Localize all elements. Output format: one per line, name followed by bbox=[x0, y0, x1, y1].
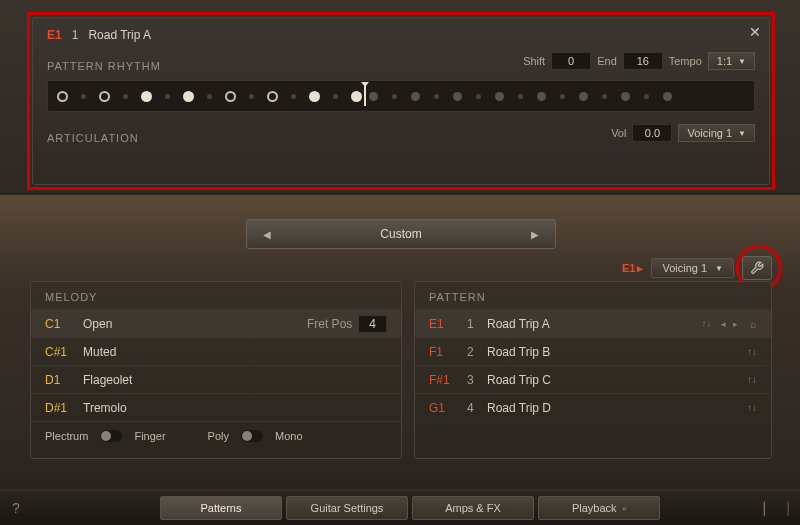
step-sequencer[interactable] bbox=[47, 80, 755, 112]
step-sub[interactable] bbox=[602, 94, 607, 99]
shift-input[interactable]: 0 bbox=[551, 52, 591, 70]
caret-down-icon: ▼ bbox=[738, 57, 746, 66]
pattern-key: E1 bbox=[47, 28, 62, 42]
melody-row-muted[interactable]: C#1 Muted bbox=[31, 337, 401, 365]
pattern-row[interactable]: E1 1 Road Trip A ↑↓ ◂ ▸ ⌕ bbox=[415, 309, 771, 337]
pattern-number: 1 bbox=[72, 28, 79, 42]
step-sub[interactable] bbox=[434, 94, 439, 99]
fret-pos-input[interactable]: 4 bbox=[358, 315, 387, 333]
tab-patterns[interactable]: Patterns bbox=[160, 496, 282, 520]
nav-icon[interactable]: ◂ ▸ bbox=[721, 319, 740, 329]
tempo-select[interactable]: 1:1 ▼ bbox=[708, 52, 755, 70]
pattern-name: Road Trip A bbox=[487, 317, 701, 331]
melody-row-open[interactable]: C1 Open Fret Pos 4 bbox=[31, 309, 401, 337]
fret-pos-label: Fret Pos bbox=[307, 317, 352, 331]
melody-name: Tremolo bbox=[83, 401, 387, 415]
shift-label: Shift bbox=[523, 55, 545, 67]
pattern-name: Road Trip D bbox=[487, 401, 747, 415]
pattern-name: Road Trip A bbox=[88, 28, 151, 42]
step-8[interactable] bbox=[351, 91, 362, 102]
voicing-dropdown[interactable]: Voicing 1 ▼ bbox=[651, 258, 734, 278]
reorder-icon[interactable]: ↑↓ bbox=[747, 402, 757, 413]
tab-playback[interactable]: Playback ▫ bbox=[538, 496, 660, 520]
step-5[interactable] bbox=[225, 91, 236, 102]
preset-selector[interactable]: ◀ Custom ▶ bbox=[246, 219, 556, 249]
poly-mono-toggle[interactable] bbox=[241, 430, 263, 442]
step-sub[interactable] bbox=[333, 94, 338, 99]
pattern-row[interactable]: G1 4 Road Trip D ↑↓ bbox=[415, 393, 771, 421]
caret-down-icon: ▼ bbox=[738, 129, 746, 138]
step-sub[interactable] bbox=[644, 94, 649, 99]
step-sub[interactable] bbox=[165, 94, 170, 99]
step-14[interactable] bbox=[579, 92, 588, 101]
melody-row-flageolet[interactable]: D1 Flageolet bbox=[31, 365, 401, 393]
tempo-label: Tempo bbox=[669, 55, 702, 67]
pattern-name: Road Trip B bbox=[487, 345, 747, 359]
next-preset-icon[interactable]: ▶ bbox=[531, 229, 539, 240]
plectrum-finger-toggle[interactable] bbox=[100, 430, 122, 442]
zoom-icon[interactable]: ⌕ bbox=[750, 318, 757, 330]
step-sub[interactable] bbox=[518, 94, 523, 99]
tab-amps-fx[interactable]: Amps & FX bbox=[412, 496, 534, 520]
step-1[interactable] bbox=[57, 91, 68, 102]
step-sub[interactable] bbox=[291, 94, 296, 99]
tab-playback-label: Playback bbox=[572, 502, 617, 514]
step-10[interactable] bbox=[411, 92, 420, 101]
end-input[interactable]: 16 bbox=[623, 52, 663, 70]
step-sub[interactable] bbox=[476, 94, 481, 99]
step-3[interactable] bbox=[141, 91, 152, 102]
reorder-icon[interactable]: ↑↓ bbox=[747, 374, 757, 385]
reorder-icon[interactable]: ↑↓ bbox=[747, 346, 757, 357]
current-key-indicator: E1 ▸ bbox=[622, 262, 643, 275]
playhead[interactable] bbox=[364, 86, 366, 106]
melody-row-tremolo[interactable]: D#1 Tremolo bbox=[31, 393, 401, 421]
mixer-icon[interactable]: ⎹⎸⎹ bbox=[752, 500, 788, 517]
step-sub[interactable] bbox=[392, 94, 397, 99]
step-9[interactable] bbox=[369, 92, 378, 101]
step-sub[interactable] bbox=[81, 94, 86, 99]
melody-toggles: Plectrum Finger Poly Mono bbox=[31, 421, 401, 450]
pattern-row[interactable]: F#1 3 Road Trip C ↑↓ bbox=[415, 365, 771, 393]
step-7[interactable] bbox=[309, 91, 320, 102]
pattern-key: F1 bbox=[429, 345, 467, 359]
step-2[interactable] bbox=[99, 91, 110, 102]
tempo-value: 1:1 bbox=[717, 55, 732, 67]
current-key-text: E1 bbox=[622, 262, 635, 274]
step-sub[interactable] bbox=[249, 94, 254, 99]
right-upper-controls: E1 ▸ Voicing 1 ▼ bbox=[622, 256, 772, 280]
app-root: ✕ E1 1 Road Trip A PATTERN RHYTHM Shift … bbox=[0, 0, 800, 525]
melody-title: MELODY bbox=[31, 282, 401, 309]
step-4[interactable] bbox=[183, 91, 194, 102]
step-sub[interactable] bbox=[207, 94, 212, 99]
step-12[interactable] bbox=[495, 92, 504, 101]
save-icon: ▫ bbox=[623, 503, 627, 514]
step-sub[interactable] bbox=[123, 94, 128, 99]
wrench-icon bbox=[750, 261, 764, 275]
pattern-num: 1 bbox=[467, 317, 487, 331]
prev-preset-icon[interactable]: ◀ bbox=[263, 229, 271, 240]
step-6[interactable] bbox=[267, 91, 278, 102]
voicing-select[interactable]: Voicing 1 ▼ bbox=[678, 124, 755, 142]
step-15[interactable] bbox=[621, 92, 630, 101]
step-11[interactable] bbox=[453, 92, 462, 101]
edit-button[interactable] bbox=[742, 256, 772, 280]
melody-panel: MELODY C1 Open Fret Pos 4 C#1 Muted D1 F… bbox=[30, 281, 402, 459]
bottom-bar: ? Patterns Guitar Settings Amps & FX Pla… bbox=[0, 490, 800, 525]
tab-guitar-settings[interactable]: Guitar Settings bbox=[286, 496, 408, 520]
melody-key: D#1 bbox=[45, 401, 83, 415]
pattern-key: E1 bbox=[429, 317, 467, 331]
step-16[interactable] bbox=[663, 92, 672, 101]
pattern-panel: PATTERN E1 1 Road Trip A ↑↓ ◂ ▸ ⌕ F1 2 R… bbox=[414, 281, 772, 459]
pattern-row[interactable]: F1 2 Road Trip B ↑↓ bbox=[415, 337, 771, 365]
pattern-num: 4 bbox=[467, 401, 487, 415]
reorder-icon[interactable]: ↑↓ bbox=[701, 318, 711, 329]
caret-down-icon: ▼ bbox=[715, 264, 723, 273]
step-sub[interactable] bbox=[560, 94, 565, 99]
close-icon[interactable]: ✕ bbox=[749, 24, 761, 40]
pattern-editor-highlight: ✕ E1 1 Road Trip A PATTERN RHYTHM Shift … bbox=[27, 12, 775, 190]
vol-input[interactable]: 0.0 bbox=[632, 124, 672, 142]
melody-key: C1 bbox=[45, 317, 83, 331]
step-13[interactable] bbox=[537, 92, 546, 101]
help-button[interactable]: ? bbox=[12, 500, 42, 516]
melody-name: Muted bbox=[83, 345, 387, 359]
